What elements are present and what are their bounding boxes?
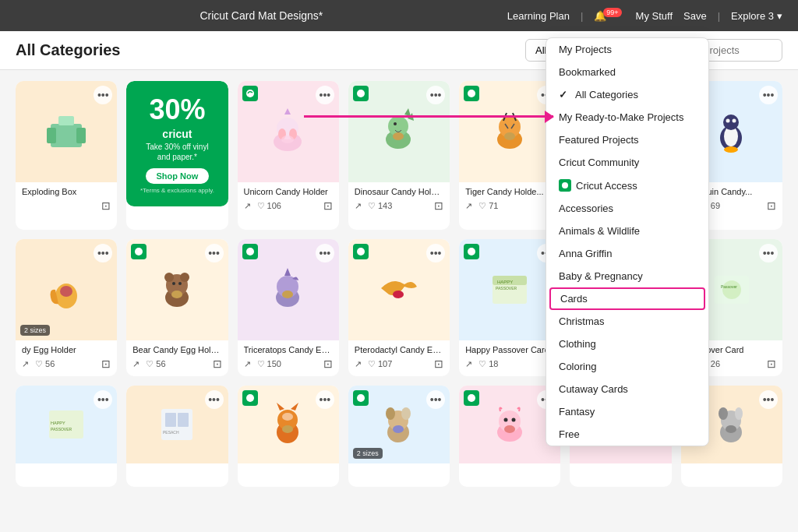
card-options-button[interactable]: ••• <box>426 244 445 262</box>
bookmark-button[interactable]: ⊡ <box>323 199 333 212</box>
svg-point-44 <box>393 291 404 298</box>
dropdown-item-christmas[interactable]: Christmas <box>546 310 708 333</box>
notification-bell[interactable]: 🔔99+ <box>594 10 624 22</box>
card-title <box>355 468 443 477</box>
card-options-button[interactable]: ••• <box>205 244 224 262</box>
svg-point-38 <box>178 282 182 285</box>
card-image: ••• 2 sizes <box>348 386 450 463</box>
svg-point-78 <box>393 425 404 433</box>
card-bear[interactable]: ••• Bear Candy Egg <box>126 239 228 376</box>
share-stat: ↗ <box>465 201 472 211</box>
svg-marker-70 <box>291 403 298 410</box>
card-promo[interactable]: 30% cricut Take 30% off vinyl and paper.… <box>126 81 228 230</box>
dropdown-item-accessories[interactable]: Accessories <box>546 197 708 220</box>
cricut-access-badge <box>464 244 479 259</box>
dropdown-item-coloring[interactable]: Coloring <box>546 355 708 378</box>
dropdown-item-clothing[interactable]: Clothing <box>546 333 708 355</box>
dropdown-item-cards[interactable]: Cards <box>549 287 705 310</box>
cricut-access-badge <box>464 390 479 406</box>
card-info: Bear Candy Egg Holder ↗ ♡ 56 ⊡ <box>126 340 228 376</box>
card-info: Pterodactyl Candy Egg Holder ↗ ♡ 107 ⊡ <box>348 340 450 376</box>
dropdown-item-baby[interactable]: Baby & Pregnancy <box>546 265 708 287</box>
explore-dropdown[interactable]: Explore 3 ▾ <box>731 10 782 22</box>
svg-rect-1 <box>58 116 74 125</box>
mystuff-link[interactable]: My Stuff <box>636 10 673 22</box>
dropdown-item-anna-griffin[interactable]: Anna Griffin <box>546 242 708 265</box>
bookmark-button[interactable]: ⊡ <box>767 358 776 370</box>
card-options-button[interactable]: ••• <box>316 86 334 104</box>
card-triceratops[interactable]: ••• Triceratops Candy Egg Holder <box>238 239 339 376</box>
dropdown-item-featured[interactable]: Featured Projects <box>546 129 708 151</box>
svg-point-96 <box>719 407 728 420</box>
dropdown-item-bookmarked[interactable]: Bookmarked <box>546 61 708 83</box>
card-title <box>244 468 333 477</box>
card-options-button[interactable]: ••• <box>759 86 778 104</box>
card-dog[interactable]: ••• 2 sizes <box>348 386 450 487</box>
card-options-button[interactable]: ••• <box>316 244 334 262</box>
like-stat: ♡ 107 <box>368 359 392 369</box>
svg-point-26 <box>726 118 730 122</box>
bookmark-button[interactable]: ⊡ <box>767 199 776 212</box>
like-stat: ♡ 143 <box>368 201 392 211</box>
dropdown-item-my-ready[interactable]: My Ready-to-Make Projects <box>546 106 708 129</box>
promo-shop-button[interactable]: Shop Now <box>146 168 210 184</box>
svg-point-66 <box>246 394 254 402</box>
card-passover-r3-1[interactable]: ••• HAPPY PASSOVER <box>16 386 117 487</box>
svg-text:HAPPY: HAPPY <box>51 421 65 425</box>
dropdown-item-community[interactable]: Cricut Community <box>546 151 708 174</box>
card-options-button[interactable]: ••• <box>316 390 334 409</box>
svg-point-34 <box>164 273 174 282</box>
like-stat: ♡ 18 <box>478 359 498 369</box>
svg-point-84 <box>511 417 515 421</box>
card-unicorn[interactable]: ••• Unicorn Candy Holder <box>238 81 339 230</box>
learning-plan-link[interactable]: Learning Plan <box>507 10 570 22</box>
svg-point-30 <box>60 286 72 297</box>
card-stats: ↗ ♡ 143 ⊡ <box>355 199 443 212</box>
like-stat: ♡ 71 <box>478 201 498 211</box>
bookmark-button[interactable]: ⊡ <box>101 199 111 212</box>
card-info-empty <box>126 206 228 230</box>
card-title: Pterodactyl Candy Egg Holder <box>355 345 443 354</box>
dropdown-item-free[interactable]: Free <box>546 423 708 446</box>
svg-point-42 <box>282 291 293 298</box>
bookmark-button[interactable]: ⊡ <box>101 358 111 370</box>
card-options-button[interactable]: ••• <box>205 390 224 409</box>
svg-point-79 <box>468 394 475 402</box>
promo-description: Take 30% off vinyl and paper.* <box>139 142 215 162</box>
bookmark-button[interactable]: ⊡ <box>434 199 443 212</box>
card-options-button[interactable]: ••• <box>426 86 445 104</box>
card-stats: ↗ ♡ 150 ⊡ <box>244 358 333 370</box>
share-stat: ↗ <box>465 359 472 369</box>
dropdown-item-animals[interactable]: Animals & Wildlife <box>546 220 708 242</box>
card-info: Exploding Box ⊡ <box>16 182 117 218</box>
card-options-button[interactable]: ••• <box>759 244 778 262</box>
stats-left: ↗ ♡ 150 <box>244 359 281 369</box>
dropdown-item-all-categories[interactable]: All Categories <box>546 83 708 106</box>
card-pesach-r3[interactable]: ••• PESACH <box>126 386 228 487</box>
card-info: Unicorn Candy Holder ↗ ♡ 106 ⊡ <box>238 182 339 218</box>
bookmark-button[interactable]: ⊡ <box>213 358 222 370</box>
card-dino[interactable]: ••• Dinosaur Candy <box>348 81 450 230</box>
save-link[interactable]: Save <box>683 10 707 22</box>
svg-rect-63 <box>165 413 176 427</box>
category-dropdown-menu[interactable]: My Projects Bookmarked All Categories My… <box>546 37 709 446</box>
card-fox[interactable]: ••• <box>238 386 339 487</box>
promo-banner: 30% cricut Take 30% off vinyl and paper.… <box>126 81 228 206</box>
card-image: ••• PESACH <box>126 386 228 463</box>
svg-point-16 <box>393 132 404 140</box>
card-exploding-box[interactable]: ••• Exploding Box ⊡ <box>16 81 117 230</box>
svg-point-4 <box>246 90 254 97</box>
stats-left: ↗ ♡ 71 <box>465 201 498 211</box>
bookmark-button[interactable]: ⊡ <box>434 358 443 370</box>
card-image: ••• HAPPY PASSOVER <box>16 386 117 463</box>
bookmark-button[interactable]: ⊡ <box>323 358 333 370</box>
svg-rect-2 <box>47 128 56 143</box>
dropdown-item-access[interactable]: Cricut Access <box>546 174 708 197</box>
dropdown-item-my-projects[interactable]: My Projects <box>546 38 708 61</box>
dropdown-item-fantasy[interactable]: Fantasy <box>546 400 708 423</box>
dropdown-item-cutaway[interactable]: Cutaway Cards <box>546 378 708 400</box>
svg-point-37 <box>172 282 175 285</box>
svg-marker-69 <box>277 403 284 410</box>
card-pterodactyl[interactable]: ••• Pterodactyl Candy Egg Holder ↗ ♡ 10 <box>348 239 450 376</box>
card-egg-holder[interactable]: ••• 2 sizes dy Egg Holder ↗ ♡ 56 <box>16 239 117 376</box>
